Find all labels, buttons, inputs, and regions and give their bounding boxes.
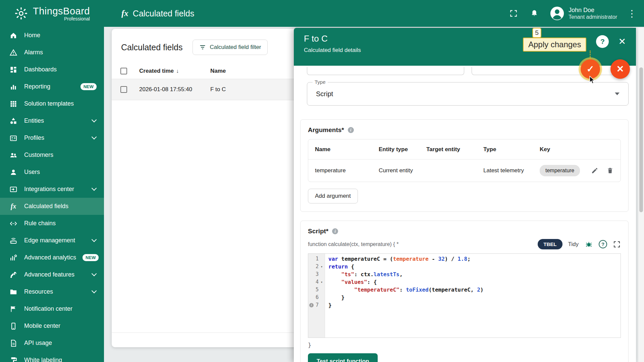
- api-usage-icon: [9, 339, 18, 348]
- chevron-down-icon: [92, 117, 97, 123]
- close-icon[interactable]: ✕: [618, 37, 626, 46]
- sidebar-item-edge-management[interactable]: Edge management: [0, 232, 104, 249]
- list-header-row: Created time ↓ Name: [112, 63, 300, 79]
- sidebar-item-advanced-analytics[interactable]: Advanced analytics NEW: [0, 249, 104, 266]
- sidebar-item-dashboards[interactable]: Dashboards: [0, 61, 104, 78]
- brand-subtitle: Professional: [64, 16, 90, 21]
- sidebar-item-mobile-center[interactable]: Mobile center: [0, 317, 104, 335]
- thingsboard-gear-icon: [14, 6, 28, 20]
- rule-chains-icon: [9, 219, 18, 228]
- scrollbar-thumb[interactable]: [639, 67, 643, 212]
- debug-bug-icon[interactable]: [584, 240, 593, 249]
- row-name: F to C: [210, 86, 300, 93]
- home-icon: [9, 31, 18, 40]
- sidebar-item-alarms[interactable]: Alarms: [0, 44, 104, 61]
- dropdown-caret-icon: [615, 93, 620, 95]
- add-argument-button[interactable]: Add argument: [308, 189, 358, 203]
- tidy-button[interactable]: Tidy: [568, 241, 579, 248]
- type-select-value: Script: [316, 90, 333, 98]
- sidebar-item-integrations-center[interactable]: Integrations center: [0, 181, 104, 198]
- sidebar-item-resources[interactable]: Resources: [0, 283, 104, 300]
- sidebar-item-notification-center[interactable]: Notification center: [0, 300, 104, 317]
- edge-router-icon: [9, 236, 18, 245]
- select-all-checkbox[interactable]: [120, 68, 127, 74]
- sidebar-item-reporting[interactable]: Reporting NEW: [0, 78, 104, 95]
- sidebar-item-home[interactable]: Home: [0, 27, 104, 44]
- kebab-menu-icon[interactable]: ⋮: [627, 8, 635, 19]
- chevron-down-icon: [92, 186, 97, 191]
- entities-icon: [9, 117, 18, 125]
- info-icon: i: [332, 228, 338, 234]
- calculated-fields-icon: fx: [9, 202, 18, 211]
- editor-code: var temperatureC = (temperature - 32) / …: [325, 254, 483, 338]
- avatar: [550, 6, 565, 21]
- reporting-icon: [9, 82, 18, 91]
- argument-type: Latest telemetry: [483, 167, 540, 174]
- calculated-fields-list-card: Calculated fields Calculated field filte…: [112, 29, 300, 347]
- chevron-down-icon: [92, 237, 97, 242]
- editor-fullscreen-icon[interactable]: [613, 240, 621, 248]
- sidebar-item-advanced-features[interactable]: Advanced features: [0, 266, 104, 283]
- script-section: Script* i function calculate(ctx, temper…: [300, 221, 629, 362]
- cutoff-field-left[interactable]: [307, 67, 464, 75]
- annotation-connector-line: [590, 51, 591, 59]
- advanced-features-icon: [9, 270, 18, 279]
- arguments-header-row: Name Entity type Target entity Type Key: [308, 139, 621, 160]
- page-title-label: Calculated fields: [133, 9, 194, 18]
- arguments-table: Name Entity type Target entity Type Key …: [308, 139, 621, 182]
- advanced-analytics-icon: [9, 253, 18, 262]
- function-closing-brace: }: [308, 342, 621, 349]
- sidebar-item-users[interactable]: Users: [0, 164, 104, 181]
- calculated-field-details-panel: F to C Calculated field details ? ✕ ✓ ✕ …: [294, 28, 636, 362]
- flag-icon: [9, 305, 18, 313]
- sidebar-item-entities[interactable]: Entities: [0, 112, 104, 129]
- row-created-time: 2026-01-08 17:55:40: [139, 86, 210, 93]
- notifications-bell-icon[interactable]: [529, 8, 540, 19]
- brand-logo: ThingsBoard Professional: [14, 6, 108, 21]
- help-button[interactable]: ?: [596, 35, 609, 48]
- sidebar-item-rule-chains[interactable]: Rule chains: [0, 215, 104, 232]
- type-select[interactable]: Type Script: [307, 82, 629, 106]
- annotation-step-number: 5: [532, 28, 541, 38]
- code-editor[interactable]: 12▾34▾56i7 var temperatureC = (temperatu…: [308, 253, 621, 338]
- script-title: Script*: [308, 228, 328, 235]
- row-checkbox[interactable]: [120, 86, 127, 93]
- profiles-icon: [9, 134, 18, 142]
- argument-key-chip: temperature: [540, 165, 580, 176]
- argument-name: temperature: [315, 167, 379, 174]
- user-role: Tenant administrator: [569, 14, 617, 20]
- argument-entity-type: Current entity: [379, 167, 426, 174]
- filter-icon: [199, 44, 206, 51]
- cancel-changes-fab[interactable]: ✕: [610, 59, 630, 79]
- vertical-scrollbar: [638, 28, 644, 362]
- edit-pencil-icon[interactable]: [591, 167, 598, 174]
- delete-trash-icon[interactable]: [606, 167, 614, 174]
- script-help-icon[interactable]: ?: [599, 240, 607, 248]
- arguments-title: Arguments*: [308, 126, 344, 134]
- user-menu[interactable]: John Doe Tenant administrator: [550, 6, 617, 21]
- cutoff-field-right[interactable]: [472, 67, 629, 75]
- column-created-time[interactable]: Created time ↓: [139, 68, 210, 74]
- user-name: John Doe: [569, 6, 617, 14]
- sidebar-item-solution-templates[interactable]: Solution templates: [0, 95, 104, 112]
- sidebar-item-calculated-fields[interactable]: fx Calculated fields: [0, 198, 104, 215]
- users-icon: [9, 168, 18, 177]
- fullscreen-icon[interactable]: [508, 8, 519, 19]
- calculated-fields-icon: fx: [121, 9, 128, 18]
- sidebar-item-customers[interactable]: Customers: [0, 146, 104, 164]
- editor-gutter: 12▾34▾56i7: [308, 254, 325, 338]
- sidebar-item-profiles[interactable]: Profiles: [0, 129, 104, 146]
- sort-desc-icon: ↓: [176, 68, 179, 74]
- arguments-section: Arguments* i Name Entity type Target ent…: [300, 119, 629, 212]
- table-row[interactable]: 2026-01-08 17:55:40 F to C: [112, 79, 300, 100]
- top-bar: ThingsBoard Professional fx Calculated f…: [0, 0, 644, 27]
- sidebar-item-white-labeling[interactable]: White labeling: [0, 352, 104, 362]
- integrations-icon: [9, 185, 18, 194]
- dashboards-icon: [9, 65, 18, 74]
- calculated-field-filter-button[interactable]: Calculated field filter: [193, 40, 267, 55]
- smartphone-icon: [9, 322, 18, 330]
- solution-templates-icon: [9, 100, 18, 108]
- test-script-function-button[interactable]: Test script function: [308, 353, 378, 362]
- tbel-language-button[interactable]: TBEL: [538, 239, 562, 249]
- sidebar-item-api-usage[interactable]: API usage: [0, 335, 104, 352]
